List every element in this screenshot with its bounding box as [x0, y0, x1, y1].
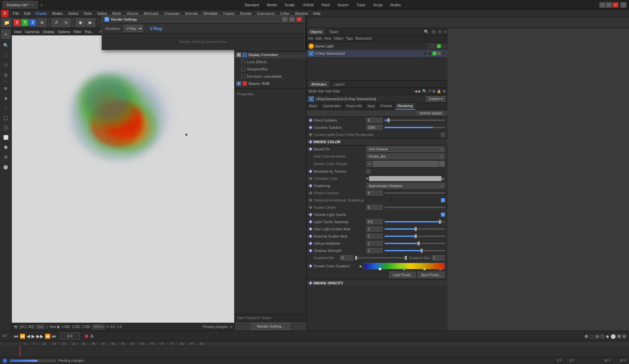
load-preset-btn[interactable]: Load Preset . — [389, 272, 416, 278]
modulate-checkbox[interactable] — [366, 169, 370, 173]
scattering-dropdown[interactable]: Approximate+Shadows ▾ — [366, 183, 445, 189]
timeline-playhead-area[interactable] — [0, 346, 629, 357]
caustics-input[interactable] — [366, 125, 383, 130]
more-options[interactable]: ⋮ — [620, 2, 626, 8]
attr-fwd-btn[interactable]: ▶ — [418, 89, 421, 93]
diffuse-mult-input[interactable] — [366, 241, 383, 246]
tl-next-key[interactable]: ⏩ — [45, 334, 50, 339]
tl-tool1[interactable]: ⊕ — [584, 334, 588, 339]
tab-attributes[interactable]: Attributes — [309, 81, 329, 87]
obj-menu-object[interactable]: Object — [334, 37, 343, 40]
obj-menu-tags[interactable]: Tags — [346, 37, 353, 40]
obj-menu-view[interactable]: View — [324, 37, 331, 40]
obj-panel-btn1[interactable]: ⊞ — [431, 29, 437, 34]
vp-display[interactable]: Display — [43, 30, 54, 34]
tl-tool3[interactable]: ◎ — [595, 334, 599, 339]
vp-options[interactable]: Options — [58, 30, 70, 34]
render-setting-btn[interactable]: Render Setting... — [251, 323, 290, 330]
add-tab-btn[interactable]: + — [38, 2, 46, 8]
object-item-volume[interactable]: V V-Ray VolumeGrid T — [307, 50, 448, 57]
model-tab[interactable]: Model — [263, 3, 281, 7]
toolbar-open[interactable]: 📁 — [2, 18, 11, 27]
paint-tab[interactable]: Paint — [317, 3, 334, 7]
attr-tab-preview[interactable]: Preview — [378, 103, 395, 110]
window-close[interactable]: × — [613, 2, 619, 8]
direct-subdivs-input[interactable] — [366, 118, 383, 123]
left-tool-9[interactable]: ⬛ — [1, 123, 10, 132]
left-tool-5[interactable]: ⊕ — [1, 84, 10, 93]
toolbar-render-preview[interactable]: ◉ — [76, 18, 85, 27]
attr-userdata-label[interactable]: User Data — [325, 89, 340, 93]
shadow-slider[interactable] — [385, 250, 445, 251]
sculpt-tab[interactable]: Sculpt — [281, 3, 299, 7]
smoke-texture-slot[interactable] — [373, 161, 438, 167]
save-preset-btn[interactable]: Save Preset... — [417, 272, 445, 278]
attr-tab-frameinfo[interactable]: Frame Info — [343, 103, 365, 110]
attr-lock-btn[interactable]: 🔒 — [437, 89, 441, 93]
toolbar-y[interactable]: Y — [21, 19, 29, 26]
window-minimize[interactable]: − — [600, 2, 605, 8]
ext-scatter-input[interactable] — [366, 234, 383, 239]
tl-next-frame[interactable]: ▶▶ — [36, 334, 44, 339]
tl-tool8[interactable]: ⊟ — [622, 334, 626, 339]
dialog-minimize[interactable]: − — [282, 17, 287, 22]
object-item-dome[interactable]: ☀ Dome Light — [307, 43, 448, 50]
tl-tool4[interactable]: ⬡ — [600, 334, 604, 339]
obj-menu-file[interactable]: File — [308, 37, 313, 40]
toolbar-z[interactable]: Z — [29, 19, 36, 26]
smoke-texture-dropdown-btn[interactable]: ▾ — [366, 161, 372, 167]
scatter-depth-input[interactable] — [366, 205, 383, 210]
attr-tab-rendering[interactable]: Rendering — [395, 103, 416, 110]
uvedit-tab[interactable]: UVEdit — [298, 3, 317, 7]
caustics-slider[interactable] — [385, 127, 445, 128]
tl-tool2[interactable]: ⬚ — [590, 334, 594, 339]
script-tab[interactable]: Script — [369, 3, 386, 7]
layer-item-display-correction[interactable]: ● Display Correction — [235, 51, 306, 58]
diffuse-mult-slider[interactable] — [385, 243, 445, 244]
dialog-title-bar[interactable]: R Render Settings − □ × — [102, 15, 304, 24]
layer-vis-sharpen[interactable] — [241, 67, 246, 71]
menu-file[interactable]: File — [10, 11, 22, 15]
attr-filter-btn[interactable]: ⊞ — [432, 89, 435, 93]
layer-item-sharpen[interactable]: Sharpen/Blur — [235, 66, 306, 73]
viewport-canvas[interactable] — [12, 35, 234, 323]
nodes-tab[interactable]: Nodes — [386, 3, 405, 7]
layer-item-denoiser[interactable]: Denoiser: unavailable — [235, 73, 306, 80]
tl-tool6[interactable]: ⬤ — [611, 334, 616, 339]
left-tool-12[interactable]: ⚙ — [1, 152, 10, 162]
tl-tool7[interactable]: ⊞ — [617, 334, 621, 339]
vp-panel[interactable]: Pan... — [85, 30, 94, 34]
gradient-range-slider[interactable] — [355, 257, 407, 259]
left-tool-2[interactable]: ⬚ — [1, 50, 10, 60]
left-tool-6[interactable]: ◈ — [1, 93, 10, 103]
attr-tab-input[interactable]: Input — [365, 103, 378, 110]
groom-tab[interactable]: Groom — [334, 3, 353, 7]
left-tool-cursor[interactable]: ⊹ — [1, 29, 10, 39]
gradient-handle-2[interactable] — [403, 268, 406, 270]
tl-first[interactable]: ⏮ — [14, 334, 18, 339]
smoke-texture-load[interactable]: □ — [439, 161, 445, 167]
toolbar-x[interactable]: X — [13, 19, 21, 26]
shadow-input[interactable] — [366, 248, 383, 253]
lcs-input[interactable] — [366, 219, 383, 224]
obj-menu-edit[interactable]: Edit — [316, 37, 321, 40]
renderer-select[interactable]: V-Ray — [124, 25, 143, 32]
phase-slider[interactable] — [385, 192, 445, 194]
toolbar-render[interactable]: ▶ — [86, 18, 95, 27]
phase-input[interactable] — [366, 190, 383, 196]
constant-color-swatch[interactable] — [369, 176, 442, 181]
standard-tab[interactable]: Standard — [240, 3, 263, 7]
tl-play[interactable]: ▶ — [31, 334, 35, 339]
attr-search-btn[interactable]: 🔍 — [422, 89, 427, 93]
attr-refresh-btn[interactable]: ↺ — [428, 89, 431, 93]
attr-tab-coords[interactable]: Coordinates — [320, 103, 343, 110]
scatter-depth-slider[interactable] — [385, 207, 445, 208]
vp-cameras[interactable]: Cameras — [25, 30, 40, 34]
vp-settings-btn[interactable]: ≡ — [230, 325, 232, 329]
obj-panel-btn3[interactable]: ≡ — [443, 29, 448, 34]
own-scatter-slider[interactable] — [385, 228, 445, 230]
menu-edit[interactable]: Edit — [22, 11, 33, 15]
vp-filter[interactable]: Filter — [73, 30, 81, 34]
vlc-checkbox[interactable] — [441, 213, 445, 217]
menu-select[interactable]: Select — [66, 11, 81, 15]
